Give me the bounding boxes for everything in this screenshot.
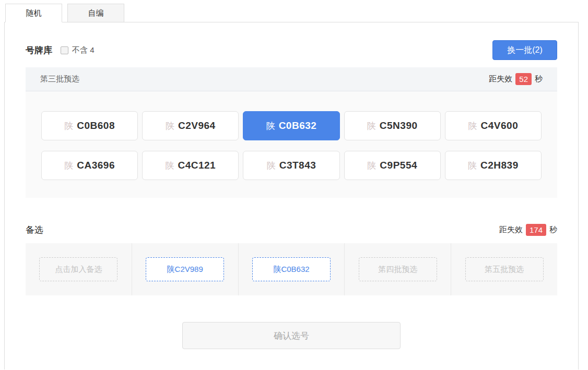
plate-option[interactable]: 陕C0B608 xyxy=(41,111,138,140)
plate-province-prefix: 陕 xyxy=(64,160,73,172)
plate-code: CA3696 xyxy=(77,160,115,171)
plate-province-prefix: 陕 xyxy=(64,120,73,132)
batch-section: 第三批预选 距失效 52 秒 陕C0B608陕C2V964陕C0B632陕C5N… xyxy=(26,67,557,198)
panel: 号牌库 不含 4 换一批(2) 第三批预选 距失效 52 秒 陕C0B608陕C… xyxy=(4,22,579,369)
plate-option[interactable]: 陕C2H839 xyxy=(445,151,542,180)
plate-option[interactable]: 陕C3T843 xyxy=(243,151,339,180)
pool-title: 号牌库 xyxy=(26,44,52,56)
alt-slot-placeholder: 第五批预选 xyxy=(465,257,544,281)
plate-province-prefix: 陕 xyxy=(468,120,477,132)
plate-code: C3T843 xyxy=(279,160,316,171)
plate-province-prefix: 陕 xyxy=(266,120,275,132)
alt-slot-cell: 陕C2V989 xyxy=(132,243,239,295)
alternatives-strip: 点击加入备选陕C2V989陕C0B632第四批预选第五批预选 xyxy=(26,243,557,295)
plate-option[interactable]: 陕C9P554 xyxy=(344,151,441,180)
plate-province-prefix: 陕 xyxy=(166,120,174,132)
plate-province-prefix: 陕 xyxy=(367,160,376,172)
plate-code: C5N390 xyxy=(380,120,418,132)
plate-code: C0B632 xyxy=(279,120,317,132)
alt-slot-placeholder: 第四批预选 xyxy=(359,257,437,281)
alternatives-expiry-suffix: 秒 xyxy=(549,225,557,235)
plate-code: C2V964 xyxy=(178,120,216,132)
checkbox-box-icon[interactable] xyxy=(61,46,68,54)
plate-option[interactable]: 陕C4V600 xyxy=(445,111,542,140)
plate-code: C0B608 xyxy=(77,120,115,132)
confirm-button[interactable]: 确认选号 xyxy=(182,322,401,349)
batch-header: 第三批预选 距失效 52 秒 xyxy=(26,67,557,91)
alt-slot-cell: 陕C0B632 xyxy=(239,243,345,295)
alt-slot-cell: 点击加入备选 xyxy=(26,243,132,295)
alt-slot-plate[interactable]: 陕C2V989 xyxy=(146,257,224,281)
alternatives-title: 备选 xyxy=(26,224,43,236)
plate-province-prefix: 陕 xyxy=(267,160,276,172)
alt-slot-placeholder: 点击加入备选 xyxy=(39,257,117,281)
alt-slot-cell: 第四批预选 xyxy=(345,243,451,295)
batch-expiry: 距失效 52 秒 xyxy=(489,73,543,85)
refresh-batch-button[interactable]: 换一批(2) xyxy=(492,40,557,60)
alternatives-expiry-prefix: 距失效 xyxy=(499,225,523,235)
checkbox-label: 不含 4 xyxy=(72,45,95,55)
alt-slot-cell: 第五批预选 xyxy=(451,243,557,295)
plate-option[interactable]: 陕CA3696 xyxy=(41,151,138,180)
tab-random[interactable]: 随机 xyxy=(5,4,62,22)
plate-code: C9P554 xyxy=(380,160,417,171)
plate-province-prefix: 陕 xyxy=(468,160,477,172)
alt-slot-plate[interactable]: 陕C0B632 xyxy=(252,257,331,281)
batch-expiry-prefix: 距失效 xyxy=(489,74,512,84)
plate-code: C2H839 xyxy=(480,160,519,171)
alternatives-header: 备选 距失效 174 秒 xyxy=(26,224,557,236)
batch-expiry-suffix: 秒 xyxy=(535,74,543,84)
exclude-4-checkbox[interactable]: 不含 4 xyxy=(61,45,95,55)
plate-option[interactable]: 陕C5N390 xyxy=(344,111,441,140)
plate-option[interactable]: 陕C2V964 xyxy=(142,111,239,140)
plate-code: C4C121 xyxy=(178,160,216,171)
plate-province-prefix: 陕 xyxy=(367,120,376,132)
tab-custom[interactable]: 自编 xyxy=(67,4,124,22)
plate-selection-page: 随机 自编 号牌库 不含 4 换一批(2) 第三批预选 距失效 52 秒 陕C0… xyxy=(4,0,579,369)
pool-row: 号牌库 不含 4 换一批(2) xyxy=(26,40,557,60)
batch-countdown-badge: 52 xyxy=(515,73,532,85)
plate-grid: 陕C0B608陕C2V964陕C0B632陕C5N390陕C4V600陕CA36… xyxy=(26,91,557,198)
plate-province-prefix: 陕 xyxy=(165,160,174,172)
alternatives-countdown-badge: 174 xyxy=(526,224,546,236)
batch-title: 第三批预选 xyxy=(40,74,79,84)
tab-bar: 随机 自编 xyxy=(4,4,579,22)
plate-option[interactable]: 陕C4C121 xyxy=(142,151,239,180)
alternatives-expiry: 距失效 174 秒 xyxy=(499,224,557,236)
plate-code: C4V600 xyxy=(481,120,519,132)
plate-option[interactable]: 陕C0B632 xyxy=(243,111,339,140)
